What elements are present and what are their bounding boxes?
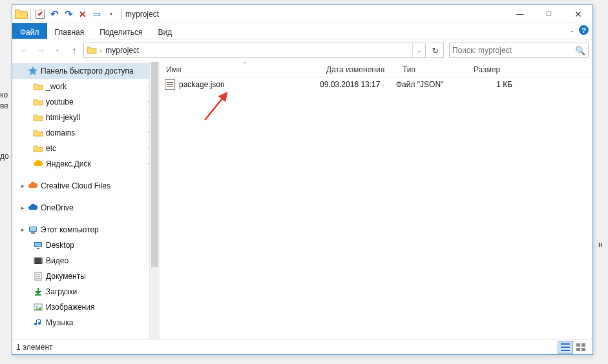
sidebar-item-label: _work bbox=[45, 82, 148, 91]
svg-line-16 bbox=[205, 93, 227, 120]
sidebar-item-_work[interactable]: _work 📌 bbox=[12, 79, 160, 94]
sidebar-item-label: Creative Cloud Files bbox=[39, 181, 160, 190]
sidebar-item-domains[interactable]: domains 📌 bbox=[12, 125, 160, 141]
ribbon: Файл Главная Поделиться Вид ⌄ ? bbox=[12, 23, 592, 39]
file-icon bbox=[165, 79, 175, 90]
onedrive-icon bbox=[26, 203, 39, 213]
file-row[interactable]: package.json 09.03.2016 13:17 Файл "JSON… bbox=[160, 77, 592, 92]
sidebar-onedrive[interactable]: ▸ OneDrive bbox=[12, 200, 160, 216]
sidebar-this-pc[interactable]: ▸ Этот компьютер bbox=[12, 222, 160, 238]
search-box[interactable]: 🔍 bbox=[449, 43, 589, 58]
sidebar-item-label: domains bbox=[45, 128, 148, 137]
download-icon bbox=[32, 287, 45, 297]
svg-rect-13 bbox=[35, 294, 41, 296]
folder-icon bbox=[32, 81, 45, 92]
column-type[interactable]: Тип bbox=[396, 65, 467, 74]
svg-rect-20 bbox=[576, 343, 580, 347]
svg-point-15 bbox=[36, 306, 38, 308]
tab-share[interactable]: Поделиться bbox=[92, 23, 150, 39]
breadcrumb[interactable]: myproject bbox=[103, 46, 142, 55]
search-icon[interactable]: 🔍 bbox=[575, 46, 585, 56]
file-size: 1 КБ bbox=[467, 80, 519, 89]
close-button[interactable]: ✕ bbox=[563, 5, 592, 23]
minimize-button[interactable]: — bbox=[505, 5, 534, 23]
sidebar-quick-access[interactable]: ▸ Панель быстрого доступа bbox=[12, 63, 160, 79]
file-type: Файл "JSON" bbox=[396, 80, 467, 89]
sidebar-item-etc[interactable]: etc 📌 bbox=[12, 141, 160, 156]
star-icon bbox=[26, 66, 39, 76]
qat-redo-icon[interactable]: ↷ bbox=[61, 7, 76, 21]
sidebar-item-label: Этот компьютер bbox=[39, 225, 160, 234]
sidebar-item-desktop[interactable]: Desktop bbox=[12, 238, 160, 253]
svg-rect-23 bbox=[582, 348, 585, 351]
sidebar-item-label: Изображения bbox=[45, 303, 160, 312]
svg-rect-8 bbox=[41, 258, 43, 264]
folder-icon bbox=[32, 128, 45, 138]
navigation-bar: ← → ▾ ↑ › myproject ⌄ ↻ 🔍 bbox=[12, 39, 592, 61]
sidebar-item-label: Видео bbox=[45, 256, 160, 265]
folder-icon bbox=[32, 97, 45, 107]
svg-rect-6 bbox=[34, 258, 43, 264]
sidebar-item-html-jekyll[interactable]: html-jekyll 📌 bbox=[12, 110, 160, 125]
music-icon bbox=[32, 318, 45, 328]
annotation-arrow bbox=[198, 88, 237, 126]
navigation-pane: ▸ Панель быстрого доступа _work 📌 youtub… bbox=[12, 62, 160, 339]
qat-properties-icon[interactable]: ✔ bbox=[33, 7, 47, 21]
chevron-right-icon[interactable]: › bbox=[98, 47, 103, 54]
sidebar-item-youtube[interactable]: youtube 📌 bbox=[12, 94, 160, 110]
tab-view[interactable]: Вид bbox=[150, 23, 180, 39]
sidebar-item-doc[interactable]: Документы bbox=[12, 268, 160, 284]
sidebar-item-label: Яндекс.Диск bbox=[45, 159, 148, 168]
sidebar-item-label: Панель быстрого доступа bbox=[39, 66, 160, 76]
cloud-icon bbox=[26, 181, 39, 191]
qat-undo-icon[interactable]: ↶ bbox=[47, 7, 61, 21]
sidebar-item-label: OneDrive bbox=[39, 203, 160, 212]
column-date[interactable]: Дата изменения bbox=[320, 65, 396, 74]
sidebar-item-label: Desktop bbox=[45, 241, 160, 250]
recent-dropdown-icon[interactable]: ▾ bbox=[50, 43, 65, 58]
computer-icon bbox=[26, 225, 39, 235]
qat-delete-icon[interactable]: ✕ bbox=[76, 7, 90, 21]
up-button[interactable]: ↑ bbox=[67, 43, 82, 58]
video-icon bbox=[32, 256, 45, 266]
address-history-icon[interactable]: ⌄ bbox=[412, 43, 425, 57]
qat-rename-icon[interactable]: ▭ bbox=[90, 7, 104, 21]
ribbon-collapse-icon[interactable]: ⌄ bbox=[570, 27, 575, 34]
column-name[interactable]: Имя bbox=[160, 65, 320, 74]
back-button[interactable]: ← bbox=[16, 43, 32, 58]
refresh-button[interactable]: ↻ bbox=[427, 43, 444, 58]
sidebar-item-music[interactable]: Музыка bbox=[12, 315, 160, 330]
app-folder-icon bbox=[14, 7, 28, 21]
tab-file[interactable]: Файл bbox=[12, 23, 47, 39]
doc-icon bbox=[32, 271, 45, 281]
cloud-icon bbox=[32, 159, 45, 169]
column-size[interactable]: Размер bbox=[467, 65, 519, 74]
address-bar[interactable]: › myproject ⌄ bbox=[83, 43, 426, 58]
status-bar: 1 элемент bbox=[12, 339, 592, 354]
sidebar-scrollbar-thumb[interactable] bbox=[151, 62, 158, 267]
folder-icon bbox=[32, 143, 45, 154]
view-thumbnails-button[interactable] bbox=[573, 341, 589, 354]
sort-ascending-icon: ⌃ bbox=[242, 61, 247, 68]
svg-rect-2 bbox=[31, 232, 35, 234]
sidebar-item-image[interactable]: Изображения bbox=[12, 299, 160, 315]
maximize-button[interactable]: ☐ bbox=[534, 5, 563, 23]
search-input[interactable] bbox=[452, 46, 575, 55]
desktop-icon bbox=[32, 240, 45, 250]
sidebar-item-label: Загрузки bbox=[45, 287, 160, 296]
svg-rect-1 bbox=[30, 227, 36, 231]
forward-button[interactable]: → bbox=[33, 43, 48, 58]
address-folder-icon bbox=[85, 45, 98, 56]
file-list: ⌃ Имя Дата изменения Тип Размер package.… bbox=[160, 62, 592, 339]
sidebar-scrollbar[interactable] bbox=[149, 62, 160, 339]
status-item-count: 1 элемент bbox=[16, 343, 53, 352]
sidebar-item-video[interactable]: Видео bbox=[12, 253, 160, 268]
tab-home[interactable]: Главная bbox=[47, 23, 92, 39]
sidebar-item-label: youtube bbox=[45, 97, 148, 106]
view-details-button[interactable] bbox=[558, 341, 573, 354]
sidebar-item-download[interactable]: Загрузки bbox=[12, 284, 160, 299]
sidebar-creative-cloud[interactable]: ▸ Creative Cloud Files bbox=[12, 178, 160, 194]
sidebar-item-Яндекс.Диск[interactable]: Яндекс.Диск 📌 bbox=[12, 156, 160, 172]
help-icon[interactable]: ? bbox=[579, 25, 589, 35]
qat-dropdown-icon[interactable]: ▾ bbox=[104, 7, 118, 21]
